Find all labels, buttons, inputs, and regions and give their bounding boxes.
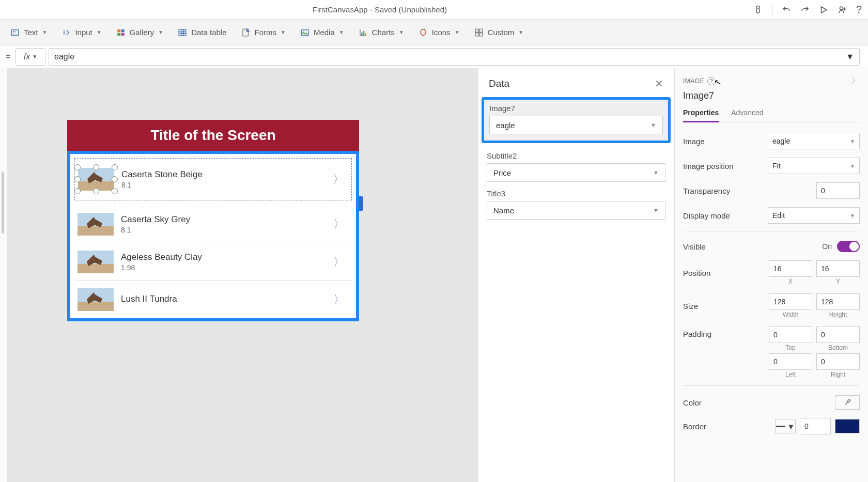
gallery-item[interactable]: Caserta Sky Grey 8.1 〉 — [74, 206, 352, 243]
ribbon-icons[interactable]: Icons▼ — [419, 28, 460, 37]
formula-input[interactable]: eagle ▼ — [49, 48, 860, 66]
ribbon-gallery-label: Gallery — [130, 28, 154, 37]
svg-rect-12 — [363, 31, 364, 36]
chevron-right-icon[interactable]: 〉 — [329, 292, 349, 307]
gallery-item-title: Caserta Stone Beige — [121, 169, 329, 180]
fx-selector[interactable]: fx▼ — [16, 48, 45, 66]
formula-expand-icon[interactable]: ▼ — [846, 52, 854, 61]
prop-padding-bottom[interactable]: 0 — [816, 326, 860, 343]
prop-padding-top[interactable]: 0 — [769, 326, 812, 343]
ribbon-charts-label: Charts — [372, 28, 395, 37]
tab-properties[interactable]: Properties — [683, 106, 719, 122]
ribbon-media[interactable]: Media▼ — [300, 28, 344, 37]
gallery-item-subtitle: 8.1 — [121, 226, 329, 234]
prop-size-width[interactable]: 128 — [769, 293, 812, 310]
ribbon-custom[interactable]: Custom▼ — [474, 28, 524, 37]
field-select-image7[interactable]: eagle ▼ — [489, 116, 663, 134]
gallery-thumb — [78, 251, 114, 273]
x-label: X — [788, 278, 793, 285]
field-label: Image7 — [489, 104, 663, 113]
prop-padding-right[interactable]: 0 — [816, 353, 860, 370]
prop-image-position-select[interactable]: Fit▼ — [768, 158, 860, 174]
prop-position-x[interactable]: 16 — [769, 260, 812, 277]
svg-rect-3 — [117, 29, 120, 32]
prop-value: Fit — [772, 162, 781, 170]
ribbon-gallery[interactable]: Gallery▼ — [116, 28, 163, 37]
prop-label-display-mode: Display mode — [683, 211, 730, 220]
prop-label-transparency: Transparency — [683, 186, 730, 195]
prop-label-padding: Padding — [683, 326, 711, 338]
chevron-down-icon: ▼ — [650, 122, 656, 128]
field-value: Name — [493, 206, 514, 215]
prop-size-height[interactable]: 128 — [816, 293, 860, 310]
chevron-down-icon: ▼ — [653, 207, 659, 213]
svg-rect-7 — [179, 29, 186, 36]
field-value: eagle — [496, 121, 515, 130]
ribbon-data-table[interactable]: Data table — [178, 28, 226, 37]
divider — [772, 4, 772, 15]
redo-icon[interactable] — [800, 5, 810, 14]
prop-value: 0 — [821, 186, 825, 195]
insert-ribbon: Text▼ Input▼ Gallery▼ Data table Forms▼ … — [0, 20, 868, 45]
chevron-right-icon[interactable]: 〉 — [329, 216, 349, 232]
prop-border-width[interactable]: 0 — [800, 418, 831, 434]
formula-bar: = fx▼ eagle ▼ — [0, 45, 868, 68]
ribbon-input[interactable]: Input▼ — [61, 28, 101, 37]
top-label: Top — [785, 344, 795, 351]
chevron-right-icon[interactable]: 〉 — [851, 75, 860, 86]
gallery-control[interactable]: Caserta Stone Beige 8.1 〉 Caserta Sky Gr… — [67, 151, 359, 321]
screen-title: Title of the Screen — [67, 120, 359, 151]
field-value: Price — [493, 168, 511, 177]
field-label: Subtitle2 — [487, 151, 665, 160]
properties-panel: IMAGE ? 〉 ↖ Image7 Properties Advanced I… — [674, 68, 868, 482]
chevron-right-icon[interactable]: 〉 — [329, 254, 349, 270]
gallery-thumb[interactable] — [78, 168, 114, 191]
gallery-item[interactable]: Ageless Beauty Clay 1.98 〉 — [74, 243, 352, 281]
left-label: Left — [785, 371, 796, 378]
data-field-subtitle2: Subtitle2 Price ▼ — [478, 146, 674, 184]
field-label: Title3 — [487, 189, 665, 198]
prop-label-image: Image — [683, 137, 705, 146]
help-icon[interactable]: ? — [856, 4, 862, 15]
gallery-item[interactable]: Lush II Tundra 〉 — [74, 281, 352, 318]
left-rail[interactable] — [0, 68, 7, 482]
height-label: Height — [829, 311, 847, 318]
undo-icon[interactable] — [782, 5, 791, 14]
svg-rect-6 — [121, 33, 124, 35]
ribbon-text[interactable]: Text▼ — [10, 28, 47, 37]
gallery-item-selected[interactable]: Caserta Stone Beige 8.1 〉 — [74, 158, 352, 200]
prop-label-image-position: Image position — [683, 162, 734, 170]
canvas-area[interactable]: Butt Title of the Screen — [0, 68, 478, 482]
share-icon[interactable] — [838, 5, 847, 14]
svg-rect-13 — [365, 33, 366, 36]
prop-border-color[interactable] — [835, 419, 860, 433]
prop-label-position: Position — [683, 269, 710, 277]
prop-color-picker[interactable] — [835, 395, 860, 410]
prop-position-y[interactable]: 16 — [816, 260, 860, 277]
prop-border-style[interactable]: ▼ — [775, 419, 796, 433]
prop-display-mode-select[interactable]: Edit▼ — [768, 207, 860, 224]
field-select-title3[interactable]: Name ▼ — [487, 201, 665, 220]
app-preview: Title of the Screen — [67, 120, 359, 321]
prop-transparency-input[interactable]: 0 — [816, 182, 860, 199]
play-icon[interactable] — [819, 5, 828, 14]
prop-padding-left[interactable]: 0 — [769, 353, 812, 370]
chevron-right-icon[interactable]: 〉 — [329, 172, 348, 187]
tab-advanced[interactable]: Advanced — [731, 106, 763, 122]
visible-toggle[interactable] — [837, 241, 860, 252]
data-panel-title: Data — [489, 78, 509, 89]
svg-rect-14 — [475, 29, 478, 32]
width-label: Width — [783, 311, 799, 318]
prop-visible-state: On — [822, 242, 832, 251]
svg-rect-5 — [117, 33, 120, 35]
equals-label: = — [4, 52, 12, 61]
app-checker-icon[interactable] — [753, 5, 763, 14]
ribbon-forms[interactable]: Forms▼ — [241, 28, 286, 37]
field-select-subtitle2[interactable]: Price ▼ — [487, 163, 665, 182]
close-icon[interactable]: ✕ — [655, 77, 663, 90]
svg-rect-15 — [479, 29, 482, 32]
prop-image-select[interactable]: eagle▼ — [768, 133, 860, 149]
prop-label-visible: Visible — [683, 242, 706, 251]
ribbon-charts[interactable]: Charts▼ — [359, 28, 404, 37]
ribbon-custom-label: Custom — [488, 28, 515, 37]
